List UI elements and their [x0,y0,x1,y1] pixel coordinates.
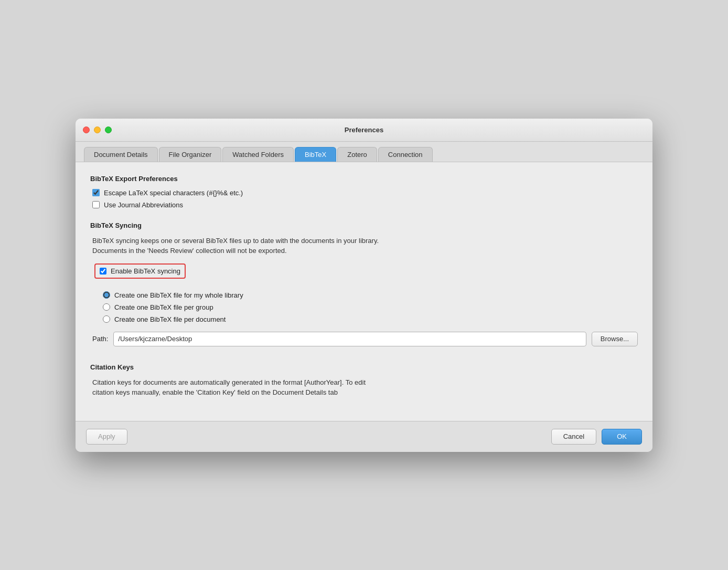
minimize-button[interactable] [94,126,101,133]
radio-per-document[interactable] [103,315,110,323]
citation-description: Citation keys for documents are automati… [92,377,638,398]
path-input[interactable] [113,332,586,346]
journal-abbr-row: Use Journal Abbreviations [92,201,638,209]
radio-per-document-row: Create one BibTeX file per document [103,315,638,323]
tab-bibtex[interactable]: BibTeX [295,147,336,162]
enable-syncing-wrapper: Enable BibTeX syncing [92,263,638,285]
bottom-bar: Apply Cancel OK [76,421,652,452]
bottom-right-buttons: Cancel OK [551,429,642,445]
radio-per-group-label: Create one BibTeX file per group [114,303,213,311]
tab-file-organizer[interactable]: File Organizer [159,147,222,162]
syncing-section: BibTeX Syncing BibTeX syncing keeps one … [90,221,638,346]
escape-latex-checkbox[interactable] [92,189,100,196]
preferences-window: Preferences Document Details File Organi… [76,119,652,452]
tab-zotero[interactable]: Zotero [337,147,377,162]
maximize-button[interactable] [105,126,112,133]
tab-document-details[interactable]: Document Details [84,147,158,162]
radio-whole-library-row: Create one BibTeX file for my whole libr… [103,291,638,299]
syncing-section-title: BibTeX Syncing [90,221,638,229]
path-row: Path: Browse... [92,332,638,346]
export-section-title: BibTeX Export Preferences [90,175,638,183]
browse-button[interactable]: Browse... [592,332,638,346]
radio-per-group-row: Create one BibTeX file per group [103,303,638,311]
enable-syncing-label: Enable BibTeX syncing [111,267,180,275]
titlebar-buttons [83,126,112,133]
radio-whole-library[interactable] [103,291,110,299]
escape-latex-row: Escape LaTeX special characters (#{}%& e… [92,189,638,197]
enable-syncing-highlight-box: Enable BibTeX syncing [94,263,186,279]
tab-watched-folders[interactable]: Watched Folders [222,147,294,162]
escape-latex-label: Escape LaTeX special characters (#{}%& e… [104,189,243,197]
radio-whole-library-label: Create one BibTeX file for my whole libr… [114,291,243,299]
journal-abbr-checkbox[interactable] [92,201,100,208]
enable-bibtex-checkbox[interactable] [100,268,106,275]
radio-per-group[interactable] [103,303,110,311]
apply-button[interactable]: Apply [86,429,127,445]
ok-button[interactable]: OK [602,429,642,445]
titlebar: Preferences [76,119,652,142]
citation-section: Citation Keys Citation keys for document… [90,363,638,398]
tab-connection[interactable]: Connection [378,147,433,162]
close-button[interactable] [83,126,90,133]
tabs-bar: Document Details File Organizer Watched … [76,142,652,162]
syncing-description: BibTeX syncing keeps one or several BibT… [92,236,638,256]
journal-abbr-label: Use Journal Abbreviations [104,201,183,209]
window-title: Preferences [345,126,383,134]
radio-per-document-label: Create one BibTeX file per document [114,315,226,323]
citation-section-title: Citation Keys [90,363,638,371]
path-label: Path: [92,335,108,343]
content-area: BibTeX Export Preferences Escape LaTeX s… [76,162,652,410]
cancel-button[interactable]: Cancel [551,429,596,445]
